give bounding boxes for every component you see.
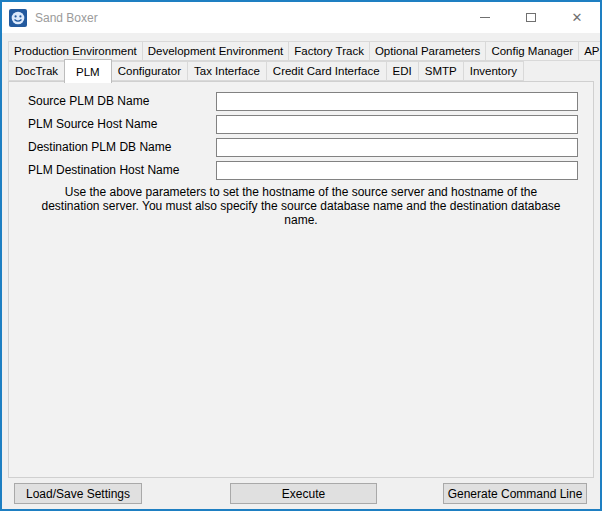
load-save-settings-button[interactable]: Load/Save Settings — [14, 483, 142, 504]
tab-row-1: Production Environment Development Envir… — [8, 41, 594, 61]
app-icon — [9, 9, 27, 27]
tab-credit-card-interface[interactable]: Credit Card Interface — [266, 61, 387, 81]
app-window: Sand Boxer ✕ Production Environment Deve… — [0, 0, 602, 511]
close-icon: ✕ — [572, 11, 583, 24]
execute-button[interactable]: Execute — [230, 483, 377, 504]
tab-factory-track[interactable]: Factory Track — [288, 41, 370, 61]
tab-smtp[interactable]: SMTP — [418, 61, 464, 81]
tab-aps[interactable]: APS — [578, 41, 602, 61]
titlebar[interactable]: Sand Boxer ✕ — [2, 2, 600, 33]
destination-plm-db-name-label: Destination PLM DB Name — [28, 140, 171, 154]
destination-plm-db-name-input[interactable] — [216, 138, 578, 157]
plm-source-host-name-input[interactable] — [216, 115, 578, 134]
generate-command-line-button[interactable]: Generate Command Line — [443, 483, 587, 504]
plm-tab-panel: Source PLM DB Name PLM Source Host Name … — [8, 81, 594, 478]
tab-config-manager[interactable]: Config Manager — [485, 41, 579, 61]
source-plm-db-name-input[interactable] — [216, 92, 578, 111]
window-controls: ✕ — [462, 2, 600, 33]
plm-destination-host-name-input[interactable] — [216, 161, 578, 180]
tab-inventory[interactable]: Inventory — [463, 61, 524, 81]
tab-tax-interface[interactable]: Tax Interface — [187, 61, 267, 81]
maximize-icon — [526, 13, 536, 22]
minimize-button[interactable] — [462, 2, 508, 33]
tab-edi[interactable]: EDI — [386, 61, 419, 81]
maximize-button[interactable] — [508, 2, 554, 33]
tab-optional-parameters[interactable]: Optional Parameters — [369, 41, 486, 61]
close-button[interactable]: ✕ — [554, 2, 600, 33]
tab-development-environment[interactable]: Development Environment — [142, 41, 290, 61]
tab-doctrak[interactable]: DocTrak — [8, 61, 65, 81]
tab-production-environment[interactable]: Production Environment — [8, 41, 143, 61]
plm-destination-host-name-label: PLM Destination Host Name — [28, 163, 179, 177]
window-title: Sand Boxer — [35, 11, 98, 25]
panel-description-text: Use the above parameters to set the host… — [37, 185, 565, 227]
tab-configurator[interactable]: Configurator — [111, 61, 188, 81]
source-plm-db-name-label: Source PLM DB Name — [28, 94, 149, 108]
tab-plm[interactable]: PLM — [64, 59, 112, 83]
plm-source-host-name-label: PLM Source Host Name — [28, 117, 157, 131]
minimize-icon — [480, 17, 490, 18]
tab-row-2: DocTrak PLM Configurator Tax Interface C… — [8, 61, 594, 81]
